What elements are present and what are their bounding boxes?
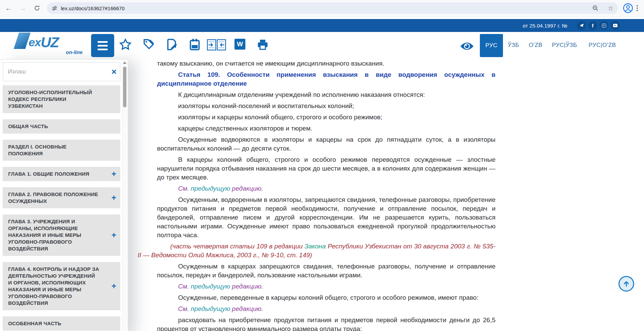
instagram-icon[interactable]	[599, 21, 608, 30]
bookmark-star-icon[interactable]: ☆	[608, 4, 613, 12]
sidebar-scrollbar[interactable]	[122, 60, 127, 331]
toc-item-label: ГЛАВА 2. ПРАВОВОЕ ПОЛОЖЕНИЕ ОСУЖДЕННЫХ	[8, 191, 99, 205]
toc-item-0[interactable]: УГОЛОВНО-ИСПОЛНИТЕЛЬНЫЙ КОДЕКС РЕСПУБЛИК…	[3, 85, 120, 113]
toc-item-3[interactable]: ГЛАВА 1. ОБЩИЕ ПОЛОЖЕНИЯ+	[3, 167, 120, 181]
toc-item-6[interactable]: ГЛАВА 4. КОНТРОЛЬ И НАДЗОР ЗА ДЕЯТЕЛЬНОС…	[3, 262, 120, 310]
profile-avatar-icon[interactable]	[623, 3, 633, 13]
toc-item-1[interactable]: ОБЩАЯ ЧАСТЬ	[3, 119, 120, 134]
expand-plus-icon[interactable]: +	[111, 230, 116, 240]
reload-icon[interactable]	[31, 2, 43, 14]
toc-sidebar: × УГОЛОВНО-ИСПОЛНИТЕЛЬНЫЙ КОДЕКС РЕСПУБЛ…	[0, 59, 128, 331]
text-segment-teal[interactable]: предыдущую	[191, 185, 230, 192]
telegram-icon[interactable]	[577, 21, 586, 30]
article-title: Статья 109. Особенности применения взыск…	[157, 70, 495, 88]
url-bar[interactable]: lex.uz/docs/163627#166670 ☆	[47, 2, 618, 14]
text-segment-purple: См.	[178, 305, 191, 312]
url-text[interactable]: lex.uz/docs/163627#166670	[61, 5, 125, 11]
see-previous-revision-link[interactable]: См. предыдущую редакцию.	[157, 184, 495, 193]
zoom-out-icon[interactable]	[592, 5, 599, 12]
document-paragraph: Осужденным, водворенным в изоляторы, зап…	[157, 195, 495, 240]
compare-versions-icon[interactable]	[207, 39, 226, 51]
text-segment-purple: См.	[178, 283, 191, 290]
text-segment-teal[interactable]: предыдущую	[191, 283, 230, 290]
document-paragraph: Осужденным в карцерах запрещаются свидан…	[157, 262, 495, 280]
document-paragraph: такому взысканию, он считается не имеющи…	[157, 59, 495, 68]
back-icon[interactable]: ←	[3, 2, 14, 14]
language-option-4[interactable]: РУС|O'ZB	[589, 42, 616, 49]
print-icon[interactable]	[256, 38, 269, 51]
language-option-2[interactable]: O'ZB	[529, 42, 542, 49]
language-option-1[interactable]: ЎЗБ	[508, 42, 519, 49]
browser-window: ← → lex.uz/docs/163627#166670	[0, 0, 644, 331]
document-paragraph: расходовать на приобретение продуктов пи…	[157, 316, 495, 331]
scrollbar-thumb[interactable]	[123, 67, 126, 107]
text-segment-purple: редакцию.	[230, 283, 263, 290]
toc-item-4[interactable]: ГЛАВА 2. ПРАВОВОЕ ПОЛОЖЕНИЕ ОСУЖДЕННЫХ+	[3, 187, 120, 208]
toc-item-5[interactable]: ГЛАВА 3. УЧРЕЖДЕНИЯ И ОРГАНЫ, ИСПОЛНЯЮЩИ…	[3, 214, 120, 256]
lexuz-logo[interactable]: ex UZ on-line	[16, 33, 83, 55]
browser-toolbar: ← → lex.uz/docs/163627#166670	[0, 0, 644, 17]
scroll-to-top-button[interactable]	[619, 276, 634, 292]
document-content: такому взысканию, он считается не имеющи…	[157, 59, 495, 331]
expand-plus-icon[interactable]: +	[111, 193, 116, 203]
logo-ex: ex	[29, 36, 41, 49]
see-previous-revision-link[interactable]: См. предыдущую редакцию.	[157, 282, 495, 291]
document-paragraph: карцеры следственных изоляторов и тюрем.	[157, 124, 495, 133]
text-segment-red: (часть четвертая статьи 109 в редакции	[170, 243, 304, 250]
favorites-star-icon[interactable]	[119, 38, 132, 51]
toc-item-label: ОСОБЕННАЯ ЧАСТЬ	[8, 320, 99, 327]
amendment-note: (часть четвертая статьи 109 в редакции З…	[138, 242, 495, 260]
site-header: ex UZ on-line	[0, 32, 644, 59]
document-date: от 25.04.1997 г. №	[523, 23, 568, 29]
menu-icon[interactable]	[91, 34, 114, 57]
text-segment-purple: См.	[178, 185, 191, 192]
document-paragraph: К дисциплинарным отделениям учреждений п…	[157, 90, 495, 99]
search-input[interactable]	[3, 63, 106, 81]
social-icons: f	[577, 21, 620, 30]
text-segment-green[interactable]: Закона	[304, 243, 326, 250]
toc-items: УГОЛОВНО-ИСПОЛНИТЕЛЬНЫЙ КОДЕКС РЕСПУБЛИК…	[3, 85, 120, 331]
toc-item-label: РАЗДЕЛ I. ОСНОВНЫЕ ПОЛОЖЕНИЯ	[8, 143, 99, 157]
reload-icon-glyph	[34, 5, 40, 11]
toc-item-label: ГЛАВА 1. ОБЩИЕ ПОЛОЖЕНИЯ	[8, 171, 99, 177]
expand-plus-icon[interactable]: +	[111, 169, 116, 179]
text-segment-purple: редакцию.	[230, 305, 263, 312]
see-previous-revision-link[interactable]: См. предыдущую редакцию.	[157, 304, 495, 313]
document-paragraph: В карцеры колоний общего, строгого и осо…	[157, 155, 495, 182]
view-mode-eye-icon[interactable]	[459, 41, 474, 51]
calendar-icon[interactable]	[188, 38, 201, 51]
toc-item-label: УГОЛОВНО-ИСПОЛНИТЕЛЬНЫЙ КОДЕКС РЕСПУБЛИК…	[8, 89, 99, 109]
logo-l-shape	[14, 33, 31, 49]
forward-icon[interactable]: →	[17, 2, 29, 14]
youtube-icon[interactable]	[611, 21, 620, 30]
close-icon[interactable]: ×	[111, 67, 117, 76]
toc-item-label: ОБЩАЯ ЧАСТЬ	[8, 123, 99, 130]
toc-item-2[interactable]: РАЗДЕЛ I. ОСНОВНЫЕ ПОЛОЖЕНИЯ	[3, 140, 120, 161]
facebook-icon[interactable]: f	[588, 21, 597, 30]
toc-item-label: ГЛАВА 3. УЧРЕЖДЕНИЯ И ОРГАНЫ, ИСПОЛНЯЮЩИ…	[8, 218, 99, 252]
language-option-0[interactable]: РУС	[480, 34, 503, 57]
document-edit-icon[interactable]	[165, 38, 178, 51]
tags-icon[interactable]	[142, 38, 155, 51]
arrow-up-icon	[622, 280, 630, 288]
document-paragraph: изоляторы колоний-поселений и воспитател…	[157, 102, 495, 110]
logo-uz: UZ	[41, 36, 58, 49]
document-paragraph: Осужденные водворяются в изоляторы и кар…	[157, 135, 495, 153]
document-paragraph: Осужденные, переведенные в карцеры колон…	[157, 293, 495, 302]
toc-item-label: ГЛАВА 4. КОНТРОЛЬ И НАДЗОР ЗА ДЕЯТЕЛЬНОС…	[8, 266, 99, 307]
scroll-up-arrow-icon[interactable]	[123, 62, 126, 64]
top-info-bar: от 25.04.1997 г. № f	[0, 19, 644, 32]
expand-plus-icon[interactable]: +	[111, 281, 116, 291]
site-settings-icon[interactable]	[52, 5, 57, 11]
browser-menu-icon[interactable]	[637, 7, 638, 9]
text-segment-purple: редакцию.	[230, 185, 263, 192]
document-paragraph: изоляторы и карцеры колоний общего, стро…	[157, 113, 495, 122]
text-segment-teal[interactable]: предыдущую	[191, 305, 230, 312]
sidebar-search: ×	[3, 62, 120, 81]
word-download-icon[interactable]: W	[234, 39, 245, 50]
toc-item-7[interactable]: ОСОБЕННАЯ ЧАСТЬ	[3, 316, 120, 331]
language-option-3[interactable]: РУС|ЎЗБ	[552, 42, 577, 49]
